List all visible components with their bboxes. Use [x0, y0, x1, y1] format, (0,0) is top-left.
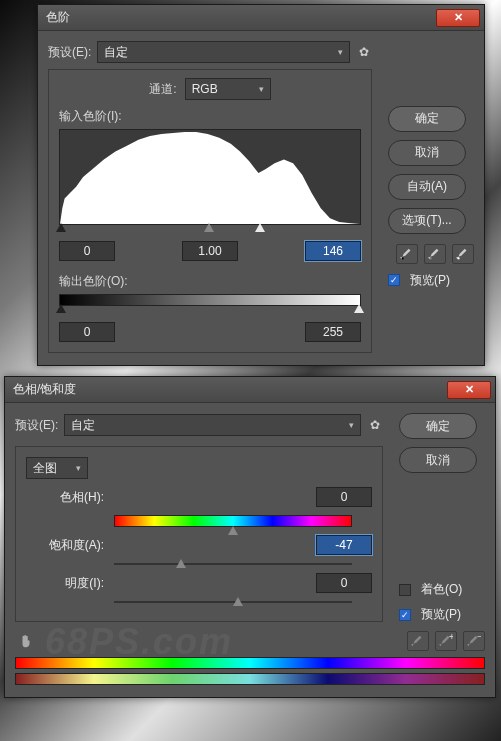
preset-dropdown[interactable]: 自定 ▾: [97, 41, 350, 63]
input-white-field[interactable]: 146: [305, 241, 361, 261]
preview-checkbox[interactable]: ✓ 预览(P): [399, 606, 485, 623]
channel-label: 通道:: [149, 81, 176, 98]
hand-icon[interactable]: [15, 631, 37, 651]
eyedropper-gray-icon[interactable]: [424, 244, 446, 264]
output-white-field[interactable]: 255: [305, 322, 361, 342]
chevron-down-icon: ▾: [338, 47, 343, 57]
hsl-dialog: 色相/饱和度 ✕ 68PS.com 预设(E): 自定 ▾ ✿ 全图: [4, 376, 496, 698]
saturation-field[interactable]: -47: [316, 535, 372, 555]
svg-point-2: [458, 257, 460, 259]
hue-field[interactable]: 0: [316, 487, 372, 507]
lightness-field[interactable]: 0: [316, 573, 372, 593]
preview-checkbox[interactable]: ✓ 预览(P): [388, 272, 474, 289]
eyedropper-icon[interactable]: [407, 631, 429, 651]
eyedropper-white-icon[interactable]: [452, 244, 474, 264]
levels-dialog: 色阶 ✕ 预设(E): 自定 ▾ ✿ 通道: RGB: [37, 4, 485, 366]
eyedropper-add-icon[interactable]: +: [435, 631, 457, 651]
output-black-field[interactable]: 0: [59, 322, 115, 342]
preset-value: 自定: [71, 417, 95, 434]
channel-value: RGB: [192, 82, 218, 96]
lightness-slider[interactable]: [114, 601, 352, 603]
hue-spectrum-bottom: [15, 673, 485, 685]
preset-label: 预设(E):: [48, 44, 91, 61]
titlebar[interactable]: 色相/饱和度 ✕: [5, 377, 495, 403]
svg-point-1: [430, 257, 432, 259]
preset-value: 自定: [104, 44, 128, 61]
close-button[interactable]: ✕: [447, 381, 491, 399]
range-value: 全图: [33, 460, 57, 477]
levels-panel: 通道: RGB ▾ 输入色阶(I):: [48, 69, 372, 353]
saturation-slider[interactable]: [114, 563, 352, 565]
colorize-checkbox[interactable]: 着色(O): [399, 581, 485, 598]
gear-icon[interactable]: ✿: [356, 44, 372, 60]
chevron-down-icon: ▾: [76, 463, 81, 473]
saturation-label: 饱和度(A):: [26, 537, 104, 554]
output-levels-label: 输出色阶(O):: [59, 274, 128, 288]
input-gamma-field[interactable]: 1.00: [182, 241, 238, 261]
eyedropper-black-icon[interactable]: [396, 244, 418, 264]
ok-button[interactable]: 确定: [399, 413, 477, 439]
preview-label: 预览(P): [410, 272, 450, 289]
cancel-button[interactable]: 取消: [388, 140, 466, 166]
hue-track[interactable]: [114, 515, 352, 527]
range-dropdown[interactable]: 全图 ▾: [26, 457, 88, 479]
cancel-button[interactable]: 取消: [399, 447, 477, 473]
output-slider[interactable]: [59, 304, 361, 316]
gear-icon[interactable]: ✿: [367, 417, 383, 433]
input-black-field[interactable]: 0: [59, 241, 115, 261]
chevron-down-icon: ▾: [259, 84, 264, 94]
close-button[interactable]: ✕: [436, 9, 480, 27]
input-levels-label: 输入色阶(I):: [59, 109, 122, 123]
channel-dropdown[interactable]: RGB ▾: [185, 78, 271, 100]
ok-button[interactable]: 确定: [388, 106, 466, 132]
hue-label: 色相(H):: [26, 489, 104, 506]
svg-text:−: −: [477, 634, 481, 642]
svg-text:+: +: [449, 634, 453, 642]
window-title: 色相/饱和度: [13, 381, 76, 398]
options-button[interactable]: 选项(T)...: [388, 208, 466, 234]
window-title: 色阶: [46, 9, 70, 26]
hsl-panel: 全图 ▾ 色相(H): 0 饱和度(A): -47: [15, 446, 383, 622]
preview-label: 预览(P): [421, 606, 461, 623]
chevron-down-icon: ▾: [349, 420, 354, 430]
preset-dropdown[interactable]: 自定 ▾: [64, 414, 361, 436]
preset-label: 预设(E):: [15, 417, 58, 434]
watermark-text: 68PS.com: [45, 621, 233, 663]
colorize-label: 着色(O): [421, 581, 462, 598]
lightness-label: 明度(I):: [26, 575, 104, 592]
histogram[interactable]: [59, 129, 361, 225]
eyedropper-subtract-icon[interactable]: −: [463, 631, 485, 651]
input-slider[interactable]: [59, 223, 361, 235]
auto-button[interactable]: 自动(A): [388, 174, 466, 200]
svg-point-0: [402, 257, 404, 259]
titlebar[interactable]: 色阶 ✕: [38, 5, 484, 31]
